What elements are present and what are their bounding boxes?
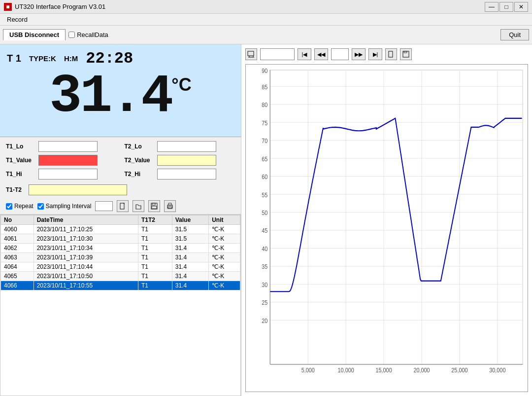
next-page-button[interactable]: ▶▶ [352, 48, 366, 60]
cell-no: 4061 [1, 234, 34, 244]
cell-value: 31.4 [172, 253, 208, 262]
t2-value-input[interactable] [157, 155, 216, 166]
svg-rect-11 [389, 51, 393, 57]
left-panel: T 1 TYPE:K H:M 22:28 31.4 °C T1_Lo 0 T1_… [0, 44, 241, 396]
type-label: TYPE:K [29, 54, 56, 63]
close-button[interactable]: ✕ [514, 2, 528, 12]
cell-t1t2: T1 [138, 225, 172, 234]
t1-hi-input[interactable]: 0 [38, 169, 98, 180]
table-row[interactable]: 40612023/10/11_17:10:30T131.5℃-K [1, 234, 240, 244]
cell-value: 31.4 [172, 281, 208, 290]
cell-t1t2: T1 [138, 244, 172, 253]
cell-no: 4066 [1, 281, 34, 290]
table-row[interactable]: 40632023/10/11_17:10:39T131.4℃-K [1, 253, 240, 262]
time-display: 22:28 [86, 49, 133, 68]
last-page-button[interactable]: ▶| [368, 48, 382, 60]
sampling-checkbox-label: Sampling Interval [37, 203, 92, 210]
recall-data-checkbox-label: RecallData [68, 31, 108, 38]
interval-input[interactable]: 5 [95, 201, 113, 211]
toolbar: USB Disconnect RecallData Quit [0, 26, 532, 44]
svg-text:50: 50 [262, 210, 267, 216]
save-chart-button[interactable] [400, 48, 412, 60]
first-page-button[interactable]: |◀ [298, 48, 311, 60]
repeat-checkbox[interactable] [6, 203, 12, 210]
svg-text:10,000: 10,000 [338, 367, 354, 374]
cell-t1t2: T1 [138, 253, 172, 262]
svg-text:20,000: 20,000 [413, 367, 430, 374]
minimize-button[interactable]: — [485, 2, 499, 12]
t1-lo-input[interactable]: 0 [38, 141, 98, 152]
chart-area: 90 85 80 75 70 65 60 [245, 64, 528, 392]
svg-text:45: 45 [262, 228, 267, 234]
big-temp-unit: °C [171, 70, 191, 95]
title-bar: UT320 Interface Program V3.01 — □ ✕ [0, 0, 532, 14]
col-no: No [1, 216, 34, 225]
table-row[interactable]: 40662023/10/11_17:10:55T131.4℃-K [1, 281, 240, 290]
main-content: T 1 TYPE:K H:M 22:28 31.4 °C T1_Lo 0 T1_… [0, 44, 532, 396]
col-unit: Unit [209, 216, 240, 225]
svg-rect-0 [120, 203, 124, 209]
svg-text:25,000: 25,000 [451, 367, 467, 374]
app-title: UT320 Interface Program V3.01 [15, 3, 105, 10]
t2-hi-label: T2_Hi [125, 171, 154, 178]
cell-datetime: 2023/10/11_17:10:30 [33, 234, 138, 244]
cell-value: 31.5 [172, 225, 208, 234]
table-row[interactable]: 40622023/10/11_17:10:34T131.4℃-K [1, 244, 240, 253]
maximize-button[interactable]: □ [499, 2, 513, 12]
cell-no: 4062 [1, 244, 34, 253]
save-button[interactable] [148, 200, 160, 212]
cell-t1t2: T1 [138, 262, 172, 272]
svg-text:60: 60 [262, 174, 267, 180]
svg-text:30,000: 30,000 [489, 367, 505, 374]
prev-page-button[interactable]: ◀◀ [314, 48, 328, 60]
hm-label: H:M [64, 54, 78, 63]
chart-screen-icon[interactable] [245, 48, 257, 60]
svg-text:85: 85 [262, 84, 267, 90]
svg-rect-13 [404, 51, 407, 53]
svg-text:80: 80 [262, 102, 267, 108]
menu-record[interactable]: Record [3, 15, 32, 24]
cell-unit: ℃-K [209, 272, 240, 281]
new-file-button[interactable] [117, 200, 129, 212]
cell-no: 4060 [1, 225, 34, 234]
cell-value: 31.4 [172, 262, 208, 272]
cell-t1t2: T1 [138, 281, 172, 290]
cell-datetime: 2023/10/11_17:10:39 [33, 253, 138, 262]
page-input[interactable]: 1 [331, 48, 349, 60]
svg-text:15,000: 15,000 [375, 367, 392, 374]
table-row[interactable]: 40602023/10/11_17:10:25T131.5℃-K [1, 225, 240, 234]
svg-text:30: 30 [262, 282, 267, 288]
svg-text:55: 55 [262, 192, 267, 198]
t2-lo-input[interactable]: 0 [157, 141, 216, 152]
print-button[interactable] [164, 200, 176, 212]
table-body: 40602023/10/11_17:10:25T131.5℃-K40612023… [1, 225, 240, 290]
open-file-button[interactable] [133, 200, 144, 212]
svg-rect-3 [152, 206, 157, 209]
new-chart-button[interactable] [385, 48, 397, 60]
svg-text:20: 20 [262, 318, 267, 324]
app-icon [4, 3, 12, 11]
table-row[interactable]: 40652023/10/11_17:10:50T131.4℃-K [1, 272, 240, 281]
cell-unit: ℃-K [209, 234, 240, 244]
t1-value-input[interactable]: 31.4 [38, 155, 98, 166]
t2-hi-input[interactable]: 0 [157, 169, 216, 180]
cell-value: 31.4 [172, 244, 208, 253]
cell-no: 4064 [1, 262, 34, 272]
data-table-container[interactable]: No DateTime T1T2 Value Unit 40602023/10/… [0, 215, 241, 396]
chart-count-input[interactable]: 33300 [260, 48, 295, 60]
table-row[interactable]: 40642023/10/11_17:10:44T131.4℃-K [1, 262, 240, 272]
cell-datetime: 2023/10/11_17:10:50 [33, 272, 138, 281]
cell-datetime: 2023/10/11_17:10:44 [33, 262, 138, 272]
cell-datetime: 2023/10/11_17:10:55 [33, 281, 138, 290]
recall-data-checkbox[interactable] [68, 32, 75, 38]
cell-t1t2: T1 [138, 272, 172, 281]
t1t2-input[interactable] [29, 184, 127, 195]
svg-rect-5 [168, 203, 171, 205]
svg-text:25: 25 [262, 300, 267, 306]
usb-disconnect-button[interactable]: USB Disconnect [3, 29, 66, 40]
sampling-checkbox[interactable] [37, 203, 44, 210]
cell-unit: ℃-K [209, 244, 240, 253]
svg-text:90: 90 [262, 68, 267, 74]
quit-button[interactable]: Quit [500, 29, 529, 40]
col-datetime: DateTime [33, 216, 138, 225]
